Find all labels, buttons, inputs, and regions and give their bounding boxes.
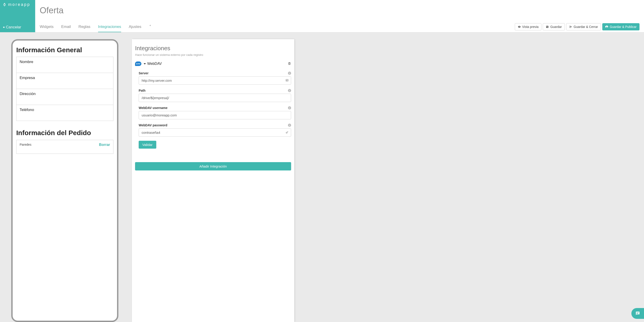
contact-card-icon[interactable] (285, 79, 289, 82)
info-icon[interactable]: i (288, 72, 291, 75)
field-direccion[interactable]: Dirección (16, 89, 114, 105)
password-label: WebDAV password (139, 123, 167, 127)
save-button[interactable]: Guardar (543, 23, 565, 30)
info-icon[interactable]: i (288, 106, 291, 109)
key-icon[interactable] (286, 131, 289, 135)
tab-email[interactable]: Email (61, 22, 71, 32)
panel-subtitle: Hace funcionar un sistema externo por ca… (135, 53, 291, 56)
borrar-button[interactable]: Borrar (99, 143, 110, 147)
cancel-label: Cancelar (6, 25, 21, 29)
leaf-icon (2, 2, 7, 7)
path-input[interactable] (139, 94, 291, 102)
field-paredes[interactable]: Paredes Borrar (16, 140, 114, 154)
save-close-label: Guardar & Cerrar (574, 25, 598, 29)
save-close-button[interactable]: Guardar & Cerrar (566, 23, 601, 30)
save-publish-label: Guardar & Publicar (610, 25, 636, 29)
form-preview: Información General Nombre Empresa Direc… (11, 39, 118, 322)
tab-reglas[interactable]: Reglas (78, 22, 90, 32)
trash-icon[interactable] (288, 62, 291, 66)
field-nombre[interactable]: Nombre (16, 57, 114, 73)
tab-ajustes[interactable]: Ajustes (129, 22, 142, 32)
tabs: Widgets Email Reglas Integraciones Ajust… (40, 22, 151, 32)
info-icon[interactable]: i (288, 89, 291, 92)
dav-badge-icon: DAV (135, 61, 142, 66)
save-publish-button[interactable]: Guardar & Publicar (602, 23, 640, 30)
cloud-upload-icon (605, 25, 608, 28)
field-telefono[interactable]: Teléfono (16, 105, 114, 121)
integration-header[interactable]: DAV WebDAV (135, 61, 291, 67)
username-input[interactable] (139, 111, 291, 119)
floppy-icon (546, 25, 549, 28)
add-integration-button[interactable]: Añadir Integración (135, 162, 291, 170)
validate-button[interactable]: Validar (139, 141, 156, 149)
svg-rect-0 (286, 79, 288, 81)
brand-logo: moreapp (2, 2, 33, 7)
tab-integraciones[interactable]: Integraciones (98, 22, 121, 32)
preview-label: Vista previa (522, 25, 539, 29)
integrations-panel: Integraciones Hace funcionar un sistema … (132, 39, 294, 322)
paredes-label: Paredes (20, 143, 31, 146)
field-empresa[interactable]: Empresa (16, 73, 114, 89)
chevron-left-icon[interactable] (149, 24, 151, 31)
arrow-left-icon (2, 26, 5, 29)
tab-widgets[interactable]: Widgets (40, 22, 54, 32)
save-label: Guardar (550, 25, 562, 29)
sign-out-icon (569, 25, 572, 28)
section-general-heading: Información General (16, 46, 114, 54)
section-pedido-heading: Información del Pedido (16, 129, 114, 137)
info-icon[interactable]: i (288, 124, 291, 127)
password-input[interactable] (139, 128, 291, 137)
server-label: Server (139, 71, 148, 75)
preview-button[interactable]: Vista previa (515, 23, 542, 30)
svg-point-1 (286, 80, 287, 80)
server-input[interactable] (139, 76, 291, 85)
svg-point-2 (286, 132, 287, 133)
page-title: Oferta (40, 6, 640, 15)
integration-name: WebDAV (147, 62, 286, 66)
brand-name: moreapp (8, 2, 30, 7)
path-label: Path (139, 89, 146, 92)
username-label: WebDAV username (139, 106, 168, 110)
chat-icon (635, 311, 640, 316)
chat-widget-button[interactable] (631, 308, 644, 319)
caret-down-icon (144, 63, 146, 64)
cancel-button[interactable]: Cancelar (2, 25, 33, 29)
eye-icon (518, 25, 521, 28)
panel-title: Integraciones (135, 45, 291, 52)
